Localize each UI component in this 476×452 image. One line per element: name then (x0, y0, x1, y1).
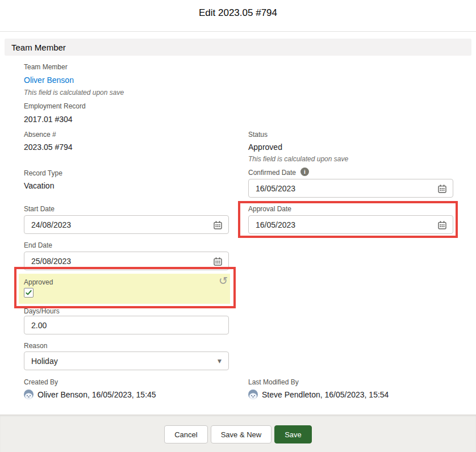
section-header-team-member: Team Member (5, 39, 471, 56)
info-icon[interactable]: i (300, 168, 309, 176)
created-by-label: Created By (24, 378, 58, 386)
avatar-icon (248, 390, 258, 399)
edit-record-modal: Edit 2023.05 #794 Team Member Team Membe… (0, 0, 476, 452)
team-member-link[interactable]: Oliver Benson (24, 76, 74, 85)
last-modified-by-value: Steve Pendleton, 16/05/2023, 15:54 (262, 390, 389, 399)
avatar-icon (24, 390, 34, 399)
status-value: Approved (248, 143, 282, 152)
reason-label: Reason (24, 342, 47, 350)
save-button[interactable]: Save (274, 425, 312, 443)
status-label: Status (248, 131, 268, 139)
team-member-calc-note: This field is calculated upon save (24, 89, 124, 97)
confirmed-date-input[interactable] (248, 179, 453, 198)
approval-date-input[interactable] (248, 215, 453, 234)
end-date-calendar-icon[interactable] (213, 257, 222, 266)
record-type-value: Vacation (24, 181, 54, 190)
title-divider (0, 31, 476, 32)
start-date-label: Start Date (24, 205, 55, 213)
undo-icon[interactable]: ↺ (219, 276, 228, 285)
employment-record-label: Employment Record (24, 102, 86, 110)
absence-number-label: Absence # (24, 131, 56, 139)
team-member-label: Team Member (24, 63, 68, 71)
end-date-label: End Date (24, 241, 52, 249)
save-and-new-button[interactable]: Save & New (211, 425, 272, 443)
last-modified-by-label: Last Modified By (248, 378, 299, 386)
end-date-input[interactable] (24, 252, 229, 270)
cancel-button[interactable]: Cancel (164, 425, 207, 443)
days-hours-input[interactable] (24, 316, 229, 334)
absence-number-value: 2023.05 #794 (24, 143, 73, 152)
dropdown-arrow-icon: ▼ (218, 358, 222, 364)
approval-date-calendar-icon[interactable] (437, 220, 446, 229)
modal-title: Edit 2023.05 #794 (0, 7, 476, 19)
created-by-row: Oliver Benson, 16/05/2023, 15:45 (24, 390, 156, 399)
reason-select[interactable]: Holiday ▼ (24, 351, 229, 370)
approval-date-label: Approval Date (248, 205, 291, 213)
employment-record-value: 2017.01 #304 (24, 115, 73, 124)
approved-checkbox[interactable] (24, 288, 34, 298)
days-hours-label: Days/Hours (24, 307, 60, 315)
status-calc-note: This field is calculated upon save (248, 155, 348, 163)
approved-label: Approved (24, 278, 53, 286)
confirmed-date-label: Confirmed Date (248, 169, 296, 177)
start-date-input[interactable] (24, 215, 229, 234)
section-title: Team Member (11, 43, 66, 52)
start-date-calendar-icon[interactable] (213, 220, 222, 229)
confirmed-date-calendar-icon[interactable] (437, 184, 446, 193)
record-type-label: Record Type (24, 169, 62, 177)
reason-selected-value: Holiday (31, 357, 58, 366)
modal-footer: Cancel Save & New Save (0, 415, 476, 452)
checkmark-icon (26, 290, 32, 296)
last-modified-by-row: Steve Pendleton, 16/05/2023, 15:54 (248, 390, 389, 399)
created-by-value: Oliver Benson, 16/05/2023, 15:45 (37, 390, 156, 399)
